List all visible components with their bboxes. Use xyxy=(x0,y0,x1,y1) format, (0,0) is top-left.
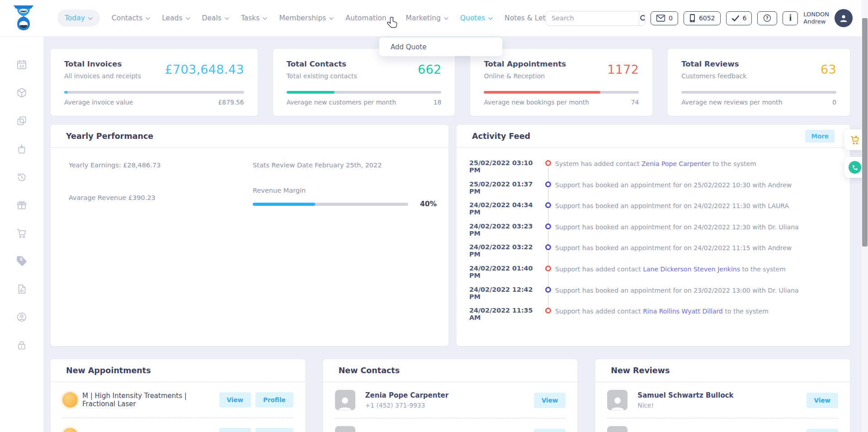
nav-item-deals[interactable]: Deals xyxy=(202,14,229,22)
sidebar-item-copy[interactable] xyxy=(16,115,28,127)
sidebar: 12 $ xyxy=(0,36,43,432)
search-button[interactable] xyxy=(639,11,645,25)
nav-item-label: Contacts xyxy=(112,14,142,22)
view-button[interactable]: View xyxy=(807,393,838,408)
scrollbar-thumb[interactable] xyxy=(862,18,868,247)
panel-title: Activity Feed xyxy=(472,132,530,141)
chevron-down-icon xyxy=(444,17,448,20)
view-button[interactable]: View xyxy=(219,428,251,432)
chevron-down-icon xyxy=(488,17,493,20)
mobile-phone-icon xyxy=(689,14,696,23)
sidebar-item-history[interactable] xyxy=(16,171,28,183)
info-button[interactable]: i xyxy=(783,11,798,25)
view-button[interactable]: View xyxy=(807,429,838,432)
gift-icon xyxy=(16,199,28,211)
contact-link[interactable]: Lane Dickerson Steven Jenkins xyxy=(643,266,740,273)
review-row: Alex Stefan View xyxy=(595,418,850,432)
main-row: Yearly Performance Yearly Earnings: £28,… xyxy=(51,125,850,346)
nav-item-contacts[interactable]: Contacts xyxy=(112,14,150,22)
stat-subtitle: Online & Reception xyxy=(484,72,566,80)
new-appointments-panel: New Appointments M | High Intensity Trea… xyxy=(51,359,305,432)
nav-item-marketing[interactable]: Marketing xyxy=(406,14,448,22)
phone-icon xyxy=(852,164,859,171)
more-button[interactable]: More xyxy=(805,130,835,142)
feed-marker-icon xyxy=(545,181,551,187)
user-avatar[interactable] xyxy=(835,9,853,27)
stat-footer-value: 0 xyxy=(832,99,836,106)
task-count: 6 xyxy=(743,14,747,22)
stat-subtitle: All invoices and receipts xyxy=(64,72,141,80)
sidebar-item-report[interactable] xyxy=(16,283,28,295)
view-button[interactable]: View xyxy=(219,392,251,408)
svg-text:$: $ xyxy=(20,257,23,261)
stat-value: 662 xyxy=(418,62,441,80)
sidebar-item-purchase-bag[interactable] xyxy=(16,143,28,155)
contact-link[interactable]: Zenia Pope Carpenter xyxy=(642,160,711,167)
nav-item-leads[interactable]: Leads xyxy=(162,14,190,22)
sidebar-item-calendar[interactable]: 12 xyxy=(16,59,28,71)
stat-footer-label: Average invoice value xyxy=(64,99,133,106)
user-meta: LONDON Andrew xyxy=(803,11,829,26)
lock-icon xyxy=(16,339,28,351)
nav-item-automation[interactable]: Automation xyxy=(345,14,394,22)
menu-item-add-quote[interactable]: Add Quote xyxy=(379,43,502,51)
contact-row: Zenia Pope Carpenter +1 (452) 371-9933 V… xyxy=(323,382,578,418)
stat-subtitle: Customers feedback xyxy=(681,72,746,80)
svg-text:12: 12 xyxy=(19,64,24,68)
question-circle-icon: ? xyxy=(763,14,772,23)
purchase-bag-icon xyxy=(16,143,28,155)
stats-row: Total Invoices All invoices and receipts… xyxy=(51,49,850,116)
stat-footer-label: Average new reviews per month xyxy=(681,99,782,106)
stat-progress-bar xyxy=(484,91,639,94)
price-tag-icon: $ xyxy=(16,255,28,267)
topbar-actions: 0 6052 6 ? i LONDON Andrew xyxy=(546,0,853,36)
mail-count: 0 xyxy=(669,14,673,22)
sidebar-item-package[interactable] xyxy=(16,87,28,99)
svg-text:?: ? xyxy=(766,15,769,20)
feed-timestamp: 24/02/2022 11:35 AM xyxy=(469,307,542,321)
sidebar-item-gift[interactable] xyxy=(16,199,28,211)
nav-item-label: Today xyxy=(65,14,85,22)
appointment-avatar xyxy=(62,428,78,432)
topbar: Today Contacts Leads Deals Tasks Members… xyxy=(0,0,868,36)
review-row: Samuel Schwartz Bullock Nice! View xyxy=(595,382,850,418)
contact-link[interactable]: Rina Rollins Wyatt Dillard xyxy=(643,308,723,315)
view-button[interactable]: View xyxy=(534,429,566,432)
app-logo[interactable] xyxy=(12,5,35,32)
feed-entry: 25/02/2022 03:10 PM System has added con… xyxy=(457,159,850,180)
feed-entry: 24/02/2022 01:40 PM Support has added co… xyxy=(457,265,850,286)
stat-footer-value: £879.56 xyxy=(218,99,244,106)
sidebar-item-price-tag[interactable]: $ xyxy=(16,255,28,267)
nav-item-tasks[interactable]: Tasks xyxy=(241,14,268,22)
nav-item-today[interactable]: Today xyxy=(57,9,100,27)
panel-title: New Contacts xyxy=(339,366,400,375)
sidebar-item-lock[interactable] xyxy=(16,339,28,351)
info-icon: i xyxy=(789,14,792,23)
stat-subtitle: Total existing contacts xyxy=(287,72,357,80)
sidebar-item-account[interactable] xyxy=(16,311,28,323)
feed-entry: 24/02/2022 12:42 PM Support has booked a… xyxy=(457,286,850,307)
tasks-badge-button[interactable]: 6 xyxy=(726,11,752,25)
feed-timestamp: 25/02/2022 03:10 PM xyxy=(469,159,542,174)
view-button[interactable]: View xyxy=(534,393,566,408)
feed-marker-icon xyxy=(545,244,551,250)
sidebar-item-cart[interactable] xyxy=(16,227,28,239)
profile-button[interactable]: Profile xyxy=(255,392,293,408)
help-button[interactable]: ? xyxy=(757,11,777,25)
mail-badge-button[interactable]: 0 xyxy=(651,11,678,25)
activity-feed-panel: Activity Feed More 25/02/2022 03:10 PM S… xyxy=(457,125,850,346)
stat-footer-label: Average new bookings per month xyxy=(484,99,589,106)
search-icon xyxy=(639,14,645,23)
phone-badge-button[interactable]: 6052 xyxy=(684,11,721,25)
stat-value: 1172 xyxy=(607,62,639,80)
feed-entry: 25/02/2022 01:37 PM Support has booked a… xyxy=(457,180,850,202)
stat-card-total-reviews: Total Reviews Customers feedback 63 Aver… xyxy=(668,49,850,116)
stat-card-total-appointments: Total Appointments Online & Reception 11… xyxy=(470,49,652,116)
feed-timestamp: 24/02/2022 04:34 PM xyxy=(469,201,542,216)
nav-item-memberships[interactable]: Memberships xyxy=(279,14,334,22)
profile-button[interactable]: Profile xyxy=(255,428,293,432)
feed-text: Support has booked an appointment for on… xyxy=(555,202,789,209)
panel-title: New Reviews xyxy=(611,366,670,375)
search-input[interactable] xyxy=(546,11,639,25)
nav-item-quotes[interactable]: Quotes xyxy=(460,14,493,22)
